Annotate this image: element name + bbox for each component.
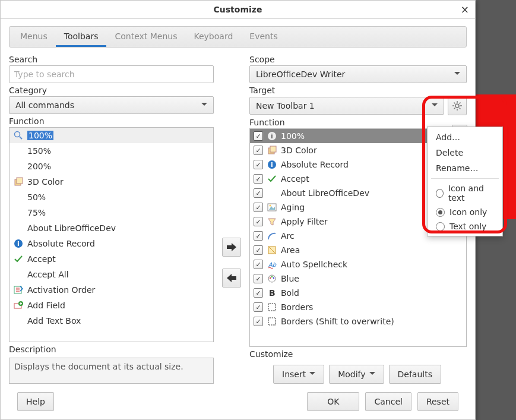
customize-buttons: Insert Modify Defaults [249,365,467,384]
list-item-label: Borders (Shift to overwrite) [281,317,394,326]
list-item-label: Accept All [27,270,69,279]
modify-button[interactable]: Modify [329,365,384,384]
borders-icon [267,316,277,327]
svg-point-26 [270,205,271,207]
list-item[interactable]: ✓AbcAuto Spellcheck [250,257,466,271]
menu-item-delete[interactable]: Delete [428,145,502,160]
menu-item-rename[interactable]: Rename… [428,160,502,176]
help-button[interactable]: Help [17,392,54,411]
list-item-label: Apply Filter [281,217,328,226]
tab-keyboard[interactable]: Keyboard [185,27,241,47]
svg-text:Abc: Abc [268,261,277,268]
list-item[interactable]: ✓Blue [250,271,466,286]
function-label-left: Function [9,116,214,126]
spell-icon: Abc [267,259,277,270]
cancel-button[interactable]: Cancel [365,392,411,411]
list-item[interactable]: 150% [10,143,213,159]
target-dropdown[interactable]: New Toolbar 1 [249,97,444,115]
list-item[interactable]: 75% [10,205,213,220]
cube-icon [13,176,24,187]
checkbox[interactable]: ✓ [254,146,263,155]
list-item[interactable]: ✓BBold [250,286,466,300]
left-column: Search Category All commands Function 10… [9,52,214,384]
info-icon: i [267,159,277,170]
target-settings-button[interactable] [448,96,467,115]
tab-toolbars[interactable]: Toolbars [56,27,107,47]
blank-icon [13,161,24,172]
tab-context-menus[interactable]: Context Menus [106,27,185,47]
list-item-label: 100% [281,131,305,141]
tab-menus[interactable]: Menus [12,27,56,47]
category-dropdown[interactable]: All commands [9,96,214,114]
svg-line-1 [20,137,22,139]
palette-icon [267,273,277,284]
target-value: New Toolbar 1 [256,101,315,110]
svg-point-29 [268,275,276,282]
blank-icon [267,188,277,198]
tab-events[interactable]: Events [241,27,286,47]
bold-icon: B [267,288,277,298]
search-input[interactable] [9,65,214,83]
blank-icon [13,269,24,280]
list-item[interactable]: Add Field [10,298,213,313]
scope-label: Scope [249,55,467,64]
checkbox[interactable]: ✓ [254,160,263,169]
addfield-icon [13,300,24,311]
list-item[interactable]: Add Text Box [10,313,213,329]
close-icon[interactable]: × [461,4,469,15]
arrow-right-icon [226,243,237,251]
menu-separator [431,178,499,179]
checkbox[interactable]: ✓ [254,131,263,141]
checkbox[interactable]: ✓ [254,302,263,312]
checkbox[interactable]: ✓ [254,174,263,184]
cube-icon [267,145,277,156]
list-item-label: 200% [27,162,51,171]
list-item[interactable]: Accept [10,251,213,267]
checkbox[interactable]: ✓ [254,317,263,326]
checkbox[interactable]: ✓ [254,188,263,198]
checkbox[interactable]: ✓ [254,203,263,212]
list-item[interactable]: 50% [10,190,213,205]
target-settings-menu: Add… Delete Rename… Icon and text Icon o… [427,127,503,236]
checkbox[interactable]: ✓ [254,217,263,226]
defaults-button[interactable]: Defaults [389,365,441,384]
blank-icon [13,223,24,233]
list-item-label: Add Text Box [27,316,81,326]
list-item[interactable]: ✓Borders (Shift to overwrite) [250,314,466,329]
menu-radio-icon-only[interactable]: Icon only [428,205,502,219]
menu-item-add[interactable]: Add… [428,130,502,145]
list-item[interactable]: 100% [10,128,213,143]
scope-dropdown[interactable]: LibreOfficeDev Writer [249,65,467,83]
list-item[interactable]: Activation Order [10,282,213,298]
list-item[interactable]: About LibreOfficeDev [10,220,213,236]
checkbox[interactable]: ✓ [254,260,263,269]
list-item[interactable]: iAbsolute Record [10,236,213,251]
move-right-button[interactable] [222,238,241,257]
list-item[interactable]: 3D Color [10,174,213,190]
list-item[interactable]: ✓Area [250,243,466,257]
function-list-left[interactable]: 100%150%200%3D Color50%75%About LibreOff… [9,127,214,342]
checkbox[interactable]: ✓ [254,274,263,283]
customize-label: Customize [249,349,467,359]
check-icon [13,254,24,264]
list-item[interactable]: ✓Borders [250,300,466,314]
menu-radio-text-only[interactable]: Text only [428,219,502,233]
description-label: Description [9,345,214,354]
insert-button[interactable]: Insert [273,365,324,384]
titlebar: Customize × [1,1,475,19]
move-left-button[interactable] [222,269,241,288]
blank-icon [13,315,24,326]
info-inv-icon: i [267,131,277,141]
target-label: Target [249,86,467,95]
list-item[interactable]: Accept All [10,267,213,282]
reset-button[interactable]: Reset [417,392,458,411]
list-item[interactable]: 200% [10,159,213,174]
checkbox[interactable]: ✓ [254,231,263,241]
ok-button[interactable]: OK [307,392,359,411]
checkbox[interactable]: ✓ [254,245,263,255]
chevron-down-icon [432,101,438,111]
checkbox[interactable]: ✓ [254,288,263,298]
menu-radio-icon-text[interactable]: Icon and text [428,181,502,205]
list-item-label: 75% [27,208,46,217]
info-icon: i [13,238,24,249]
